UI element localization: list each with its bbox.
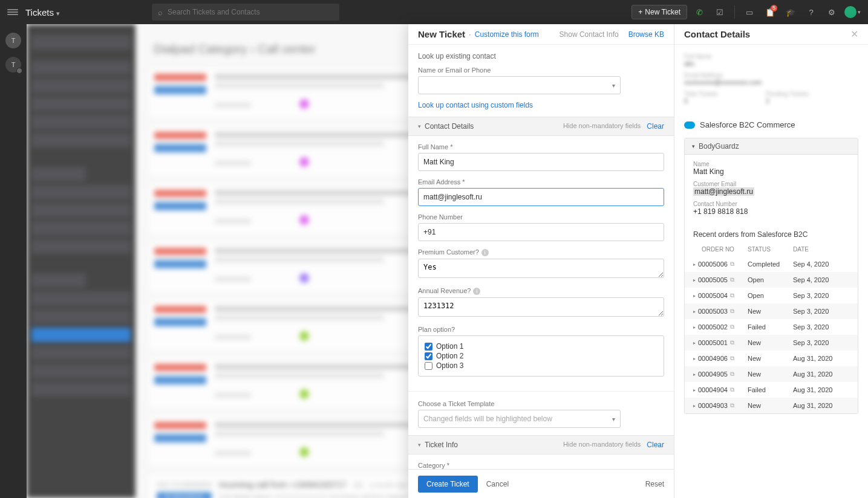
expand-icon: ▸	[693, 309, 696, 314]
order-row[interactable]: ▸00005002 ⧉FailedSep 3, 2020	[685, 319, 858, 335]
caret-down-icon: ▾	[692, 143, 695, 149]
hide-nonmandatory-link[interactable]: Hide non-mandatory fields	[563, 122, 641, 131]
revenue-label: Annual Revenue?i	[418, 287, 664, 295]
order-row[interactable]: ▸00005006 ⧉CompletedSep 4, 2020	[685, 256, 858, 272]
open-external-icon[interactable]: ⧉	[730, 355, 734, 362]
notif-badge: 5	[771, 5, 777, 11]
name-email-phone-label: Name or Email or Phone	[418, 66, 664, 74]
customize-form-link[interactable]: Customize this form	[475, 30, 539, 39]
caret-down-icon: ▾	[418, 123, 421, 129]
lookup-custom-fields-link[interactable]: Look up contact using custom fields	[418, 101, 533, 109]
hide-nonmandatory-link-2[interactable]: Hide non-mandatory fields	[563, 441, 641, 449]
contact-blurred-info: Full Name abc Email Address xxxxxxxxx@xx…	[684, 53, 858, 109]
divider	[734, 5, 735, 19]
academy-icon[interactable]: 🎓	[782, 4, 799, 21]
module-switcher[interactable]: Tickets▾	[25, 7, 60, 18]
app-menu-icon[interactable]	[7, 9, 18, 15]
global-search[interactable]: ⌕	[152, 4, 339, 21]
chevron-down-icon: ▾	[56, 10, 60, 17]
new-ticket-button[interactable]: +New Ticket	[631, 5, 687, 19]
card-contactno-value: +1 819 8818 818	[693, 207, 849, 216]
browse-kb-link[interactable]: Browse KB	[628, 30, 664, 39]
open-external-icon[interactable]: ⧉	[730, 339, 734, 346]
order-row[interactable]: ▸00004903 ⧉NewAug 31, 2020	[685, 398, 858, 413]
open-external-icon[interactable]: ⧉	[730, 402, 734, 409]
book-icon[interactable]: ▭	[741, 4, 758, 21]
open-external-icon[interactable]: ⧉	[730, 308, 734, 315]
order-row[interactable]: ▸00005003 ⧉NewSep 3, 2020	[685, 303, 858, 319]
expand-icon: ▸	[693, 325, 696, 330]
new-ticket-title: New Ticket	[418, 29, 465, 39]
open-external-icon[interactable]: ⧉	[730, 292, 734, 299]
close-icon[interactable]: ✕	[850, 28, 858, 40]
contact-panel-header: Contact Details ✕	[674, 24, 868, 45]
open-external-icon[interactable]: ⧉	[730, 386, 734, 393]
expand-icon: ▸	[693, 293, 696, 299]
phone-input[interactable]	[418, 223, 664, 241]
lookup-contact-select[interactable]: ▾	[418, 76, 621, 94]
contact-details-section-header[interactable]: ▾ Contact Details Hide non-mandatory fie…	[408, 117, 674, 136]
salesforce-row[interactable]: Salesforce B2C Commerce	[684, 117, 858, 133]
contact-details-panel: Contact Details ✕ Full Name abc Email Ad…	[674, 24, 868, 498]
open-external-icon[interactable]: ⧉	[730, 370, 734, 378]
open-external-icon[interactable]: ⧉	[730, 276, 734, 283]
open-external-icon[interactable]: ⧉	[730, 323, 734, 331]
show-contact-info-link[interactable]: Show Contact Info	[560, 30, 619, 39]
expand-icon: ▸	[693, 403, 696, 409]
overlay-panels: New Ticket · Customize this form Show Co…	[408, 24, 868, 498]
email-input[interactable]	[418, 188, 664, 206]
expand-icon: ▸	[693, 356, 696, 361]
order-row[interactable]: ▸00004906 ⧉NewAug 31, 2020	[685, 351, 858, 366]
ticket-template-select[interactable]: Changed fields will be highlighted below…	[418, 410, 621, 428]
plan-option-2[interactable]: Option 2	[425, 352, 658, 360]
revenue-input[interactable]: 1231312	[418, 297, 664, 317]
ticket-footer: Create Ticket Cancel Reset	[408, 469, 674, 498]
plan-checkbox-1[interactable]	[425, 343, 432, 351]
order-row[interactable]: ▸00004905 ⧉NewAug 31, 2020	[685, 366, 858, 382]
clipboard-icon[interactable]: 📋5	[762, 4, 778, 21]
plan-options-group: Option 1 Option 2 Option 3	[418, 335, 664, 377]
plan-checkbox-3[interactable]	[425, 362, 432, 370]
orders-head: ORDER NO STATUS DATE	[685, 242, 858, 256]
expand-icon: ▸	[693, 340, 696, 346]
user-menu[interactable]: ▾	[844, 4, 861, 21]
order-row[interactable]: ▸00005001 ⧉NewSep 3, 2020	[685, 335, 858, 351]
plan-label: Plan option?	[418, 326, 664, 333]
card-contactno-label: Contact Number	[693, 201, 849, 207]
plan-checkbox-2[interactable]	[425, 352, 432, 360]
card-email-value: matt@jinglesoft.ru	[693, 187, 849, 196]
full-name-label: Full Name *	[418, 143, 664, 150]
order-row[interactable]: ▸00004904 ⧉FailedAug 31, 2020	[685, 382, 858, 398]
card-email-label: Customer Email	[693, 181, 849, 187]
open-external-icon[interactable]: ⧉	[730, 260, 734, 268]
plan-option-3[interactable]: Option 3	[425, 361, 658, 370]
premium-label: Premium Customer?i	[418, 248, 664, 256]
expand-icon: ▸	[693, 372, 696, 377]
bodyguardz-header[interactable]: ▾ BodyGuardz	[685, 138, 858, 155]
help-icon[interactable]: ?	[803, 4, 820, 21]
check-icon[interactable]: ☑	[711, 4, 728, 21]
plan-option-1[interactable]: Option 1	[425, 342, 658, 351]
orders-title: Recent orders from Salesforce B2C	[685, 227, 858, 242]
phone-label: Phone Number	[418, 213, 664, 221]
phone-icon[interactable]: ✆	[691, 4, 708, 21]
clear-ticket-link[interactable]: Clear	[647, 441, 664, 449]
search-input[interactable]	[168, 8, 333, 16]
cancel-button[interactable]: Cancel	[486, 480, 509, 488]
clear-contact-link[interactable]: Clear	[647, 122, 664, 131]
card-name-label: Name	[693, 161, 849, 167]
create-ticket-button[interactable]: Create Ticket	[418, 476, 478, 493]
ticket-info-section-header[interactable]: ▾ Ticket Info Hide non-mandatory fields …	[408, 435, 674, 454]
search-icon: ⌕	[158, 8, 163, 17]
reset-button[interactable]: Reset	[645, 480, 664, 488]
gear-icon[interactable]: ⚙	[823, 4, 840, 21]
premium-input[interactable]: Yes	[418, 259, 664, 278]
full-name-input[interactable]	[418, 153, 664, 171]
caret-down-icon: ▾	[418, 442, 421, 448]
expand-icon: ▸	[693, 387, 696, 393]
bodyguardz-card: ▾ BodyGuardz Name Matt King Customer Ema…	[684, 138, 858, 414]
chevron-down-icon: ▾	[612, 82, 615, 89]
order-row[interactable]: ▸00005005 ⧉OpenSep 4, 2020	[685, 272, 858, 288]
info-icon: i	[481, 249, 489, 256]
order-row[interactable]: ▸00005004 ⧉OpenSep 3, 2020	[685, 288, 858, 303]
